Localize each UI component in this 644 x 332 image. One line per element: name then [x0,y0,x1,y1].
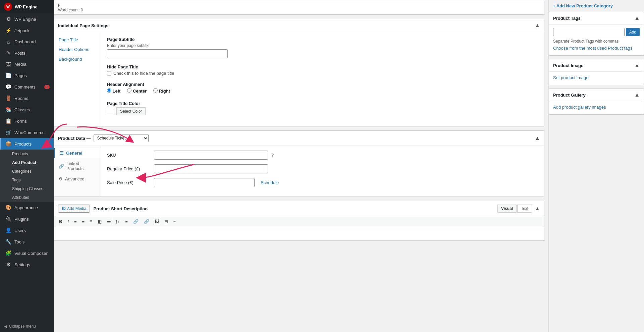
sidebar-item-wp-engine[interactable]: ⚙ WP Engine [0,13,54,25]
sidebar-item-plugins[interactable]: 🔌 Plugins [0,213,54,225]
page-subtitle-hint: Enter your page subtitle [107,43,538,48]
comments-badge: 1 [44,85,50,89]
sku-input[interactable] [154,151,268,160]
toolbar-ol[interactable]: ≡ [80,218,87,225]
sidebar-item-products[interactable]: 📦 Products [0,138,54,150]
sidebar-item-posts[interactable]: ✎ Posts [0,47,54,59]
page-subtitle-input[interactable] [107,49,228,58]
toolbar-align-left[interactable]: ◧ [96,218,103,225]
short-desc-toggle[interactable]: ▲ [535,206,540,212]
products-submenu: Products Add Product Categories Tags Shi… [0,150,54,202]
sidebar-item-woocommerce[interactable]: 🛒 WooCommerce [0,127,54,138]
sale-price-input[interactable] [154,178,255,187]
tab-advanced-label: Advanced [65,176,85,181]
product-type-select[interactable]: Simple product Grouped product External/… [94,134,149,142]
sidebar-item-forms[interactable]: 📋 Forms [0,115,54,127]
submenu-products[interactable]: Products [0,150,54,158]
align-center-radio[interactable] [127,88,131,93]
sku-help-icon: ? [271,153,274,158]
toolbar-link[interactable]: 🔗 [131,218,140,225]
tab-linked-products[interactable]: 🔗 Linked Products [54,158,101,174]
sidebar-item-label: Appearance [14,205,38,210]
align-center-option[interactable]: Center [127,88,147,94]
product-fields-panel: SKU ? Regular Price (£) Sale Price (£) S… [101,146,544,197]
product-tags-box: Product Tags ▲ Add Separate Product Tags… [549,12,644,56]
product-data-label: Product Data — [58,136,91,141]
align-right-radio[interactable] [153,88,158,93]
submenu-attributes[interactable]: Attributes [0,193,54,202]
sidebar-item-tools[interactable]: 🔧 Tools [0,236,54,247]
toolbar-blockquote[interactable]: ❝ [88,218,94,225]
sidebar-item-label: Forms [14,119,27,124]
visual-tab[interactable]: Visual [497,205,517,213]
sidebar-item-comments[interactable]: 💬 Comments 1 [0,81,54,93]
submenu-tags[interactable]: Tags [0,176,54,184]
product-data-tabs: ☰ General 🔗 Linked Products ⚙ Advanced [54,146,101,197]
tab-general-label: General [66,151,82,156]
sidebar-item-jetpack[interactable]: ⚡ Jetpack [0,25,54,36]
tab-advanced[interactable]: ⚙ Advanced [54,174,101,184]
rooms-icon: 🚪 [5,95,12,101]
sidebar-item-appearance[interactable]: 🎨 Appearance [0,202,54,213]
comments-icon: 💬 [5,84,12,90]
toolbar-table[interactable]: ⊞ [163,218,170,225]
regular-price-input[interactable] [154,164,268,173]
nav-header-options[interactable]: Header Options [54,45,101,54]
sidebar-item-settings[interactable]: ⚙ Settings [0,259,54,270]
align-right-option[interactable]: Right [153,88,170,94]
sidebar-item-media[interactable]: 🖼 Media [0,59,54,70]
page-subtitle-field: Page Subtitle Enter your page subtitle [107,37,538,58]
add-new-category-link[interactable]: + Add New Product Category [553,3,613,8]
short-desc-editor[interactable] [54,227,544,240]
submenu-categories[interactable]: Categories [0,167,54,176]
submenu-add-product[interactable]: Add Product [0,158,54,167]
sidebar-item-dashboard[interactable]: ⌂ Dashboard [0,36,54,47]
nav-background[interactable]: Background [54,54,101,64]
sku-field-row: SKU ? [107,151,538,160]
select-color-button[interactable]: Select Color [116,107,146,115]
tag-input[interactable] [553,28,625,36]
product-image-toggle[interactable]: ▲ [634,62,640,68]
product-gallery-body: Add product gallery images [549,101,644,114]
collapse-menu[interactable]: ◀ Collapse menu [0,321,54,332]
add-media-button[interactable]: 🖼 Add Media [58,205,90,213]
text-tab[interactable]: Text [517,205,532,213]
toolbar-align-right[interactable]: ▷ [115,218,121,225]
toolbar-unlink[interactable]: 🔗 [142,218,151,225]
toolbar-image[interactable]: 🖼 [153,218,161,225]
nav-page-title[interactable]: Page Title [54,35,101,45]
toolbar-align-justify[interactable]: ≡ [123,218,129,225]
hide-title-checkbox[interactable] [107,71,111,75]
sidebar-logo[interactable]: W WP Engine [0,0,54,13]
page-settings-toggle[interactable]: ▲ [535,22,540,29]
add-media-icon: 🖼 [62,206,66,211]
submenu-shipping-classes[interactable]: Shipping Classes [0,184,54,193]
sidebar-item-users[interactable]: 👤 Users [0,225,54,236]
schedule-link[interactable]: Schedule [261,180,279,185]
toolbar-italic[interactable]: I [66,218,70,225]
sidebar-item-pages[interactable]: 📄 Pages [0,70,54,81]
short-description-section: 🖼 Add Media Product Short Description Vi… [54,201,544,241]
plugins-icon: 🔌 [5,216,12,222]
product-data-toggle[interactable]: ▲ [535,135,540,141]
align-left-radio[interactable] [107,88,111,93]
toolbar-ul[interactable]: ≡ [72,218,78,225]
tab-general[interactable]: ☰ General [54,148,101,158]
toolbar-align-center[interactable]: ☰ [105,218,113,225]
set-product-image-link[interactable]: Set product image [553,75,640,80]
sidebar-item-classes[interactable]: 📚 Classes [0,104,54,115]
product-tags-toggle[interactable]: ▲ [634,15,640,21]
sale-price-label: Sale Price (£) [107,180,151,185]
sidebar-item-label: Jetpack [14,28,30,33]
align-left-option[interactable]: Left [107,88,120,94]
sidebar-item-rooms[interactable]: 🚪 Rooms [0,93,54,104]
toolbar-special[interactable]: ~ [172,218,178,225]
product-gallery-toggle[interactable]: ▲ [634,92,640,98]
tag-add-button[interactable]: Add [626,28,640,36]
sidebar-item-label: Rooms [14,96,28,101]
most-used-tags-link[interactable]: Choose from the most used Product tags [553,46,640,51]
short-desc-header: 🖼 Add Media Product Short Description Vi… [54,201,544,216]
sidebar-item-visual-composer[interactable]: 🧩 Visual Composer [0,247,54,259]
add-gallery-images-link[interactable]: Add product gallery images [553,105,640,110]
toolbar-bold[interactable]: B [57,218,64,225]
